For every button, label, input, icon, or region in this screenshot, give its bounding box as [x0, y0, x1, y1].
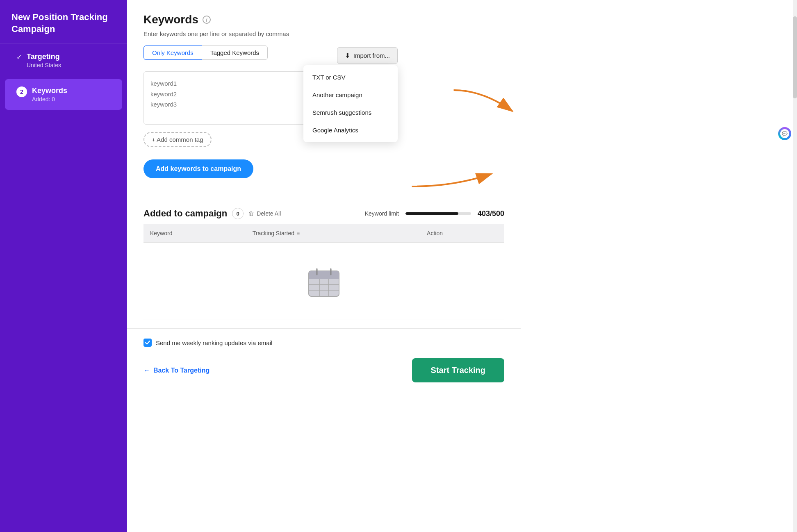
sidebar-item-keywords-content: Keywords Added: 0	[32, 86, 67, 102]
keyword-tabs: Only Keywords Tagged Keywords	[143, 45, 268, 60]
keywords-table: Keyword Tracking Started ≡ Action	[143, 224, 504, 320]
import-option-semrush-suggestions[interactable]: Semrush suggestions	[303, 104, 398, 121]
table-empty-row	[143, 243, 504, 320]
add-common-tag-label: + Add common tag	[152, 136, 203, 143]
back-btn-label: Back To Targeting	[153, 367, 209, 374]
sidebar-item-keywords-number: 2	[16, 86, 27, 97]
import-button[interactable]: ⬇ Import from...	[337, 47, 398, 64]
add-common-tag-button[interactable]: + Add common tag	[143, 132, 212, 147]
sidebar-item-keywords-sublabel: Added: 0	[32, 96, 67, 102]
start-tracking-button[interactable]: Start Tracking	[412, 358, 504, 382]
scrollbar-thumb[interactable]	[793, 16, 797, 98]
page-title-row: Keywords i	[143, 13, 398, 26]
empty-state	[150, 248, 498, 314]
back-to-targeting-button[interactable]: ← Back To Targeting	[143, 367, 209, 374]
add-keywords-button[interactable]: Add keywords to campaign	[143, 159, 253, 178]
import-option-google-analytics[interactable]: Google Analytics	[303, 121, 398, 139]
added-to-campaign-title: Added to campaign	[143, 208, 227, 219]
check-icon: ✓	[16, 53, 22, 61]
import-dropdown: TXT or CSV Another campaign Semrush sugg…	[303, 65, 398, 142]
sidebar-item-keywords-label: Keywords	[32, 86, 67, 95]
tab-only-keywords[interactable]: Only Keywords	[143, 45, 202, 60]
scrollbar[interactable]	[793, 0, 797, 532]
keyword-limit-row: Keyword limit 403/500	[365, 209, 504, 218]
empty-state-cell	[143, 243, 504, 320]
sidebar-item-targeting-label: Targeting	[27, 52, 61, 61]
tab-tagged-keywords[interactable]: Tagged Keywords	[202, 45, 268, 60]
keyword-limit-value: 403/500	[478, 209, 504, 218]
divider	[127, 328, 521, 329]
added-title-row: Added to campaign 0 🗑 Delete All	[143, 208, 281, 219]
checkmark-icon	[145, 341, 150, 345]
added-header: Added to campaign 0 🗑 Delete All Keyword…	[143, 208, 504, 219]
chat-bubble-inner: 💬	[780, 129, 789, 138]
added-to-campaign-section: Added to campaign 0 🗑 Delete All Keyword…	[143, 208, 504, 320]
sidebar: New Position Tracking Campaign ✓ Targeti…	[0, 0, 127, 532]
table-header-row: Keyword Tracking Started ≡ Action	[143, 224, 504, 243]
main-inner: Keywords i Enter keywords one per line o…	[127, 0, 521, 399]
calendar-icon	[305, 265, 342, 302]
import-option-txt-csv[interactable]: TXT or CSV	[303, 68, 398, 86]
keyword-limit-fill	[405, 212, 458, 215]
sidebar-title: New Position Tracking Campaign	[0, 0, 127, 43]
th-tracking-started: Tracking Started ≡	[246, 224, 420, 243]
sidebar-item-targeting[interactable]: ✓ Targeting United States	[5, 45, 122, 76]
th-action: Action	[420, 224, 504, 243]
delete-all-label: Delete All	[257, 210, 281, 217]
svg-rect-2	[309, 276, 339, 279]
tracking-started-header: Tracking Started ≡	[253, 230, 414, 236]
email-checkbox[interactable]	[143, 339, 152, 347]
keyword-limit-label: Keyword limit	[365, 210, 399, 217]
added-count-badge: 0	[232, 208, 244, 219]
chat-bubble[interactable]: 💬	[778, 127, 791, 140]
keyword-limit-bar	[405, 212, 471, 215]
trash-icon: 🗑	[248, 210, 254, 217]
import-option-another-campaign[interactable]: Another campaign	[303, 86, 398, 104]
sidebar-item-targeting-content: Targeting United States	[27, 52, 61, 68]
info-icon[interactable]: i	[203, 16, 211, 24]
page-title: Keywords	[143, 13, 198, 26]
download-icon: ⬇	[345, 52, 350, 59]
import-area: ⬇ Import from... TXT or CSV Another camp…	[337, 47, 398, 64]
subtitle: Enter keywords one per line or separated…	[143, 30, 398, 37]
sidebar-item-keywords[interactable]: 2 Keywords Added: 0	[5, 79, 122, 110]
filter-icon[interactable]: ≡	[297, 230, 300, 236]
bottom-buttons-row: ← Back To Targeting Start Tracking	[143, 358, 504, 382]
th-keyword: Keyword	[143, 224, 246, 243]
sidebar-item-targeting-sublabel: United States	[27, 62, 61, 68]
arrow-left-icon: ←	[143, 367, 150, 374]
main-content: Keywords i Enter keywords one per line o…	[127, 0, 797, 532]
delete-all-button[interactable]: 🗑 Delete All	[248, 210, 281, 217]
email-checkbox-label: Send me weekly ranking updates via email	[156, 339, 272, 346]
email-checkbox-row: Send me weekly ranking updates via email	[143, 339, 504, 347]
import-button-label: Import from...	[353, 52, 390, 59]
